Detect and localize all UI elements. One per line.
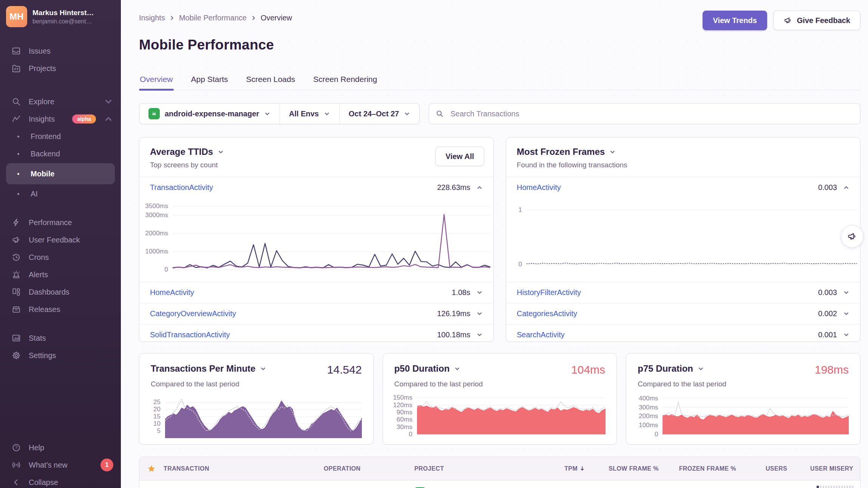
frozen-row[interactable]: SearchActivity 0.001 xyxy=(506,324,860,342)
sidebar-item-ai[interactable]: AI xyxy=(0,185,121,202)
chevron-down-icon xyxy=(404,111,410,117)
transaction-link[interactable]: HomeActivity xyxy=(150,288,452,297)
chevron-up-icon[interactable] xyxy=(843,184,849,191)
panel-subtitle: Found in the following transactions xyxy=(517,161,849,169)
tab-screen-rendering[interactable]: Screen Rendering xyxy=(312,71,378,90)
ttid-row[interactable]: SolidTransactionActivity 100.18ms xyxy=(139,324,493,342)
transaction-link[interactable]: TransactionActivity xyxy=(150,183,437,192)
bullet-icon xyxy=(17,173,19,175)
environment-filter[interactable]: All Envs xyxy=(280,103,339,124)
sidebar-item-releases[interactable]: Releases xyxy=(0,301,121,318)
transaction-link[interactable]: HistoryFilterActivity xyxy=(517,288,818,297)
col-header-project[interactable]: PROJECT xyxy=(414,465,539,472)
sidebar-item-explore[interactable]: Explore xyxy=(0,93,121,110)
sidebar-item-crons[interactable]: Crons xyxy=(0,249,121,266)
give-feedback-button[interactable]: Give Feedback xyxy=(773,11,860,30)
android-icon xyxy=(148,108,160,119)
page-filter-bar: android-expense-manager All Envs Oct 24–… xyxy=(139,103,420,124)
chevron-down-icon[interactable] xyxy=(843,332,849,338)
panel-title: p50 Duration xyxy=(394,363,450,374)
panel-title: Most Frozen Frames xyxy=(517,147,605,157)
col-header-operation[interactable]: OPERATION xyxy=(324,465,414,472)
sidebar-item-issues[interactable]: Issues xyxy=(0,42,121,60)
issues-icon xyxy=(11,46,21,56)
tab-overview[interactable]: Overview xyxy=(139,71,174,90)
tpm-chart: 252015105 xyxy=(148,394,362,440)
frozen-row[interactable]: CategoriesActivity 0.002 xyxy=(506,303,860,324)
col-header-slow-frame[interactable]: SLOW FRAME % xyxy=(588,465,662,472)
bullet-icon xyxy=(17,136,19,137)
transaction-link[interactable]: SearchActivity xyxy=(517,330,818,339)
frozen-frames-chart: 10 xyxy=(509,198,857,282)
dashboard-grid-icon xyxy=(11,287,21,297)
chevron-down-icon[interactable] xyxy=(843,289,849,296)
sidebar-item-backend[interactable]: Backend xyxy=(0,145,121,162)
frozen-row-expanded[interactable]: HomeActivity 0.003 xyxy=(506,177,860,198)
star-header-icon[interactable] xyxy=(139,464,164,473)
transaction-link[interactable]: SolidTransactionActivity xyxy=(150,330,437,339)
chevron-down-icon[interactable] xyxy=(476,289,483,296)
transaction-link[interactable]: CategoriesActivity xyxy=(517,309,818,318)
chevron-down-icon[interactable] xyxy=(260,366,266,372)
tab-screen-loads[interactable]: Screen Loads xyxy=(246,71,296,90)
col-header-transaction[interactable]: TRANSACTION xyxy=(164,465,324,472)
sidebar-item-user-feedback[interactable]: User Feedback xyxy=(0,231,121,249)
sidebar-item-frontend[interactable]: Frontend xyxy=(0,128,121,145)
view-all-button[interactable]: View All xyxy=(435,147,484,166)
ttid-row-expanded[interactable]: TransactionActivity 228.63ms xyxy=(139,177,493,198)
chevron-up-icon xyxy=(103,114,113,124)
megaphone-icon xyxy=(783,16,792,25)
chevron-down-icon[interactable] xyxy=(454,366,460,372)
breadcrumb-insights[interactable]: Insights xyxy=(139,14,165,22)
chevron-down-icon[interactable] xyxy=(476,332,483,338)
sidebar-item-alerts[interactable]: Alerts xyxy=(0,266,121,283)
chevron-down-icon[interactable] xyxy=(609,149,616,155)
panel-subtitle: Compared to the last period xyxy=(394,380,605,388)
sidebar-item-help[interactable]: ? Help xyxy=(0,439,121,456)
view-trends-button[interactable]: View Trends xyxy=(703,11,767,30)
sidebar-item-dashboards[interactable]: Dashboards xyxy=(0,283,121,301)
sidebar-item-settings[interactable]: Settings xyxy=(0,347,121,364)
search-input[interactable] xyxy=(429,103,860,124)
col-header-tpm[interactable]: TPM xyxy=(539,465,588,472)
chevron-down-icon[interactable] xyxy=(218,149,224,155)
gear-icon xyxy=(11,351,21,360)
chevron-down-icon xyxy=(324,111,330,117)
ttid-row[interactable]: HomeActivity 1.08s xyxy=(139,282,493,303)
chevron-down-icon[interactable] xyxy=(843,310,849,317)
tab-app-starts[interactable]: App Starts xyxy=(190,71,229,90)
chevron-down-icon[interactable] xyxy=(698,366,704,372)
sidebar-item-insights[interactable]: Insights alpha xyxy=(0,110,121,128)
sidebar-collapse-button[interactable]: Collapse xyxy=(0,474,121,488)
sort-desc-icon xyxy=(579,466,585,471)
col-header-users[interactable]: USERS xyxy=(739,465,790,472)
col-header-user-misery[interactable]: USER MISERY xyxy=(790,465,860,472)
date-range-filter[interactable]: Oct 24–Oct 27 xyxy=(339,103,419,124)
sidebar-item-mobile[interactable]: Mobile xyxy=(6,163,115,184)
breadcrumb-mobile-performance[interactable]: Mobile Performance xyxy=(179,14,247,22)
svg-text:?: ? xyxy=(15,445,18,450)
sidebar-item-stats[interactable]: Stats xyxy=(0,329,121,347)
whats-new-badge: 1 xyxy=(100,459,113,471)
chevron-right-icon xyxy=(250,15,257,21)
sidebar-item-whats-new[interactable]: What's new 1 xyxy=(0,456,121,474)
sidebar-item-performance[interactable]: Performance xyxy=(0,214,121,231)
user-menu[interactable]: MH Markus Hinterst… benjamin.coe@sent… xyxy=(0,0,121,27)
search-icon xyxy=(11,97,21,107)
floating-feedback-button[interactable] xyxy=(841,225,863,248)
col-header-frozen-frame[interactable]: FROZEN FRAME % xyxy=(662,465,739,472)
project-filter[interactable]: android-expense-manager xyxy=(139,103,280,124)
frozen-row[interactable]: HistoryFilterActivity 0.003 xyxy=(506,282,860,303)
panel-subtitle: Compared to the last period xyxy=(151,380,362,388)
tab-bar: Overview App Starts Screen Loads Screen … xyxy=(139,71,860,90)
chevron-up-icon[interactable] xyxy=(476,184,483,191)
transaction-link[interactable]: CategoryOverviewActivity xyxy=(150,309,437,318)
chevron-down-icon[interactable] xyxy=(476,310,483,317)
table-row[interactable]: TransactionActivity ui.load android-expe… xyxy=(139,480,860,488)
panel-subtitle: Compared to the last period xyxy=(638,380,849,388)
bullet-icon xyxy=(17,193,19,195)
sidebar-item-projects[interactable]: Projects xyxy=(0,60,121,77)
tpm-value: 14.542 xyxy=(327,363,362,376)
transaction-link[interactable]: HomeActivity xyxy=(517,183,818,192)
ttid-row[interactable]: CategoryOverviewActivity 126.19ms xyxy=(139,303,493,324)
